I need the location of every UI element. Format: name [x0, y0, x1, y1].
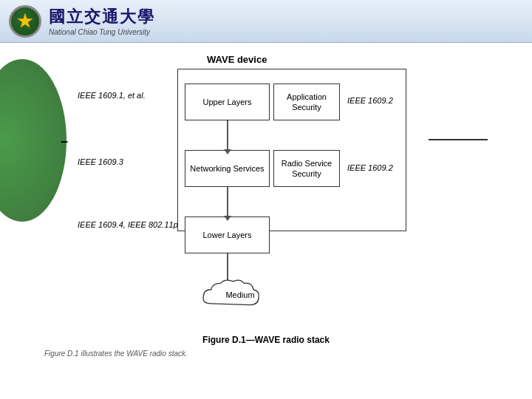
medium-label: Medium: [207, 290, 273, 299]
arrow-1: [227, 120, 228, 150]
ieee-1609-2-top-label: IEEE 1609.2: [347, 96, 393, 105]
arrow-2: [227, 187, 228, 216]
networking-services-label: Networking Services: [190, 163, 264, 174]
university-name-zh: 國立交通大學: [49, 6, 155, 28]
upper-layers-box: Upper Layers: [185, 83, 270, 120]
ieee-1609-1-label: IEEE 1609.1, et al.: [78, 91, 146, 100]
university-name-en: National Chiao Tung University: [49, 28, 155, 36]
upper-layers-label: Upper Layers: [202, 97, 251, 107]
sub-caption: Figure D.1 illustrates the WAVE radio st…: [44, 349, 188, 358]
dash-marker: –: [61, 134, 68, 149]
right-horizontal-line: [429, 139, 488, 140]
ieee-1609-3-label: IEEE 1609.3: [78, 157, 123, 166]
header: 國立交通大學 National Chiao Tung University: [0, 0, 532, 43]
main-content: WAVE device – Upper Layers Networking Se…: [0, 43, 532, 399]
radio-security-label: Radio Service Security: [274, 158, 339, 180]
figure-caption: Figure D.1—WAVE radio stack: [15, 335, 517, 345]
header-text: 國立交通大學 National Chiao Tung University: [49, 6, 155, 36]
wave-diagram: WAVE device – Upper Layers Networking Se…: [15, 54, 517, 335]
ieee-1609-4-label: IEEE 1609.4, IEEE 802.11p: [78, 220, 178, 229]
application-security-label: Application Security: [274, 92, 339, 113]
lower-layers-label: Lower Layers: [202, 230, 251, 240]
ieee-1609-2-mid-label: IEEE 1609.2: [347, 163, 393, 172]
application-security-box: Application Security: [273, 83, 340, 120]
networking-services-box: Networking Services: [185, 150, 270, 187]
university-logo: [9, 5, 41, 38]
radio-security-box: Radio Service Security: [273, 150, 340, 187]
wave-device-label: WAVE device: [207, 54, 267, 65]
lower-layers-box: Lower Layers: [185, 216, 270, 253]
